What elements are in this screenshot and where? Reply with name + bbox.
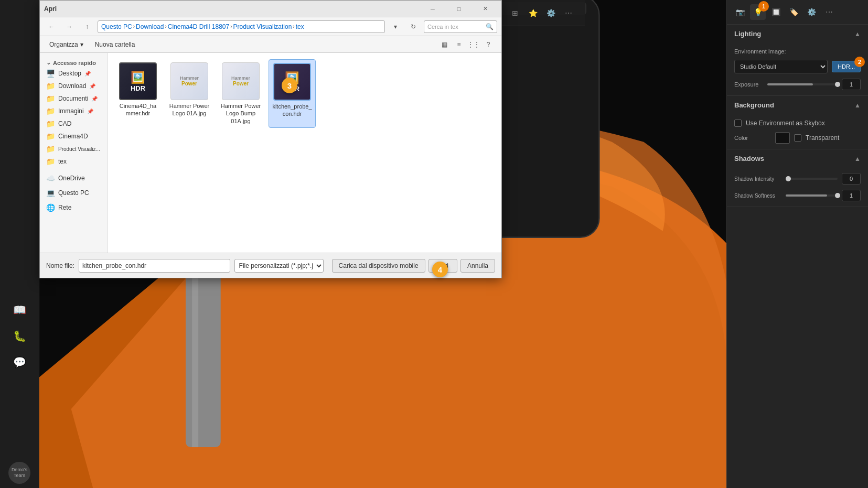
- nav-item-questo-pc[interactable]: 💻 Questo PC: [40, 187, 108, 199]
- viewport-icon-3[interactable]: ⊞: [507, 5, 523, 21]
- breadcrumb-questo-pc[interactable]: Questo PC: [101, 23, 132, 30]
- shadow-intensity-fill: [786, 178, 788, 180]
- filetype-select[interactable]: File personalizzati (*.pjp;*.jpg;*...: [234, 259, 324, 273]
- shadow-softness-value[interactable]: 1: [842, 190, 861, 201]
- background-section: Background ▲ Use Environment as Skybox C…: [727, 96, 868, 149]
- color-label: Color: [734, 135, 771, 141]
- nav-item-documenti[interactable]: 📁 Documenti 📌: [40, 92, 108, 105]
- file-item-hammer-logo1[interactable]: Hammer Power Hammer Power Logo 01A.jpg: [166, 59, 213, 128]
- nav-item-immagini[interactable]: 📁 Immagini 📌: [40, 105, 108, 117]
- exposure-value[interactable]: 1: [842, 79, 861, 90]
- panel-tab-settings[interactable]: ⚙️: [803, 4, 819, 20]
- nav-item-desktop-label: Desktop: [58, 70, 81, 77]
- env-image-select[interactable]: Studio Default: [734, 60, 828, 73]
- background-content: Use Environment as Skybox Color Transpar…: [727, 114, 868, 149]
- shadow-intensity-thumb[interactable]: [786, 176, 791, 181]
- file-item-cinema4d-hdr[interactable]: 🖼️ HDR Cinema4D_hammer.hdr: [114, 59, 162, 128]
- background-section-header[interactable]: Background ▲: [727, 96, 868, 114]
- shadow-intensity-track[interactable]: [786, 178, 838, 180]
- rete-icon: 🌐: [46, 203, 55, 212]
- panel-tab-camera[interactable]: 📷: [732, 4, 748, 20]
- panel-tab-lighting-wrap: 💡 1: [750, 4, 766, 20]
- panel-tab-geometry[interactable]: 🔲: [768, 4, 784, 20]
- viewport-icon-4[interactable]: ⭐: [525, 5, 541, 21]
- address-bar[interactable]: Questo PC › Download › Cinema4D Drill 18…: [98, 20, 385, 33]
- desktop-icon: 🖥️: [46, 69, 55, 78]
- nav-item-product-viz-label: Product Visualiz...: [58, 146, 100, 152]
- jpg-thumb-1: Hammer Power: [170, 62, 208, 100]
- nav-item-desktop[interactable]: 🖥️ Desktop 📌: [40, 67, 108, 80]
- avatar[interactable]: Demo'sTeam: [8, 462, 30, 484]
- nav-item-tex[interactable]: 📁 tex: [40, 155, 108, 168]
- lighting-section: Lighting ▲ Environment Image: Studio Def…: [727, 25, 868, 96]
- panel-tab-tags[interactable]: 🏷️: [786, 4, 801, 20]
- minimize-button[interactable]: ─: [421, 1, 445, 17]
- shadows-section: Shadows ▲ Shadow Intensity 0 Shadow Soft…: [727, 149, 868, 207]
- shadow-intensity-label: Shadow Intensity: [734, 176, 781, 182]
- lighting-section-header[interactable]: Lighting ▲: [727, 25, 868, 43]
- breadcrumb-download[interactable]: Download: [136, 23, 164, 30]
- nav-item-download[interactable]: 📁 Download 📌: [40, 80, 108, 92]
- product-viz-folder-icon: 📁: [46, 145, 55, 153]
- lighting-content: Environment Image: Studio Default HDR...…: [727, 43, 868, 95]
- organize-button[interactable]: Organizza ▾: [46, 39, 87, 50]
- nav-item-rete-label: Rete: [58, 204, 71, 211]
- app-sidebar: 📖 🐛 💬 Demo'sTeam: [0, 0, 39, 488]
- bug-icon[interactable]: 🐛: [8, 325, 30, 347]
- download-folder-icon: 📁: [46, 82, 55, 90]
- cancel-button[interactable]: Annulla: [460, 259, 495, 273]
- breadcrumb-tex[interactable]: tex: [296, 23, 304, 30]
- shadows-section-header[interactable]: Shadows ▲: [727, 149, 868, 168]
- nav-item-immagini-label: Immagini: [58, 107, 84, 115]
- search-placeholder: Cerca in tex: [427, 24, 484, 30]
- dialog-title: Apri: [44, 5, 57, 13]
- upload-mobile-button[interactable]: Carica dal dispositivo mobile: [332, 259, 425, 273]
- filename-input[interactable]: [79, 259, 230, 273]
- background-chevron: ▲: [854, 102, 861, 109]
- search-box[interactable]: Cerca in tex 🔍: [424, 20, 497, 33]
- help-button[interactable]: ?: [481, 38, 495, 51]
- file-label-hammer-logo1: Hammer Power Logo 01A.jpg: [169, 102, 210, 117]
- view-btn-2[interactable]: ≡: [452, 38, 466, 51]
- nav-item-rete[interactable]: 🌐 Rete: [40, 201, 108, 214]
- breadcrumb-cinema4d[interactable]: Cinema4D Drill 18807: [168, 23, 229, 30]
- refresh-button[interactable]: ↻: [406, 20, 421, 34]
- shadow-softness-thumb[interactable]: [835, 193, 840, 198]
- nav-item-cad[interactable]: 📁 CAD: [40, 117, 108, 130]
- shadow-softness-track[interactable]: [786, 194, 838, 197]
- nav-item-onedrive[interactable]: ☁️ OneDrive: [40, 172, 108, 185]
- panel-tab-more[interactable]: ⋯: [821, 4, 837, 20]
- panel-tab-row: 📷 💡 1 🔲 🏷️ ⚙️ ⋯: [732, 4, 837, 20]
- addr-dropdown-button[interactable]: ▾: [388, 20, 403, 34]
- avatar-icon[interactable]: Demo'sTeam: [8, 466, 30, 488]
- color-swatch[interactable]: [775, 132, 790, 144]
- dialog-body: ⌄ Accesso rapido 🖥️ Desktop 📌 📁 Download…: [40, 53, 501, 253]
- nav-item-product-viz[interactable]: 📁 Product Visualiz...: [40, 143, 108, 155]
- chat-icon[interactable]: 💬: [8, 351, 30, 373]
- view-btn-3[interactable]: ⋮⋮: [467, 38, 480, 51]
- nav-group-accesso-rapido: ⌄ Accesso rapido: [40, 57, 108, 67]
- background-title: Background: [734, 101, 774, 109]
- file-item-kitchen-hdr[interactable]: 🖼️ HDR kitchen_probe_con.hdr: [269, 59, 316, 128]
- book-icon[interactable]: 📖: [8, 299, 30, 321]
- file-item-hammer-bump[interactable]: Hammer Power Hammer Power Logo Bump 01A.…: [217, 59, 264, 128]
- viewport-icon-5[interactable]: ⚙️: [543, 5, 559, 21]
- viewport-icon-6[interactable]: ⋯: [561, 5, 576, 21]
- step-badge-3: 3: [282, 78, 297, 93]
- transparent-checkbox[interactable]: [794, 134, 801, 142]
- close-button[interactable]: ✕: [473, 1, 497, 17]
- breadcrumb-product-viz[interactable]: Product Visualization: [233, 23, 292, 30]
- back-button[interactable]: ←: [44, 20, 59, 34]
- maximize-button[interactable]: □: [447, 1, 471, 17]
- nuova-cartella-button[interactable]: Nuova cartella: [91, 39, 140, 50]
- view-btn-1[interactable]: ▦: [437, 38, 451, 51]
- nav-item-cinema4d[interactable]: 📁 Cinema4D: [40, 130, 108, 143]
- avatar-label: Demo'sTeam: [12, 467, 27, 479]
- skybox-checkbox[interactable]: [734, 120, 742, 127]
- shadow-intensity-value[interactable]: 0: [842, 173, 861, 185]
- dialog-titlebar: Apri ─ □ ✕: [40, 1, 501, 17]
- forward-button[interactable]: →: [62, 20, 77, 34]
- exposure-slider-thumb[interactable]: [835, 82, 840, 87]
- up-button[interactable]: ↑: [80, 20, 94, 34]
- exposure-slider-track[interactable]: [767, 83, 838, 85]
